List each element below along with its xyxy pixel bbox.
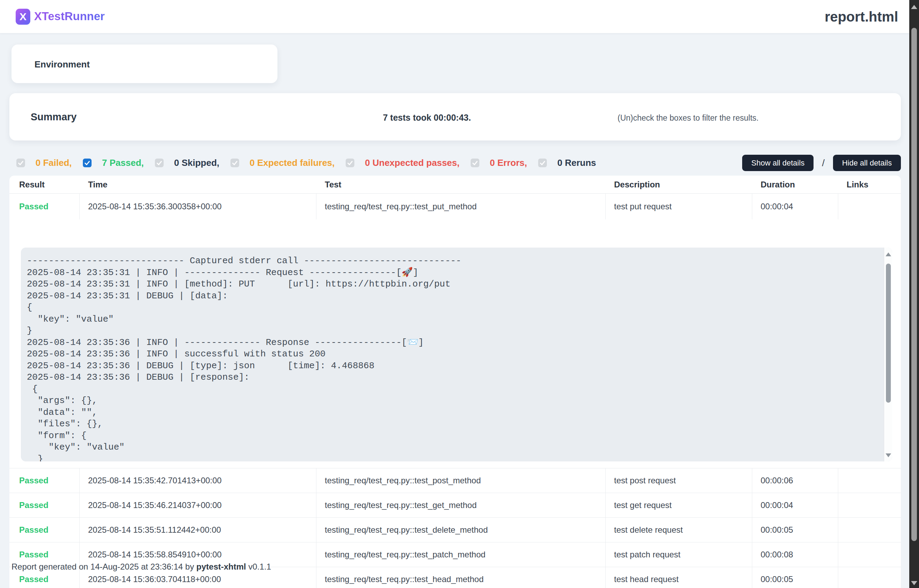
filter-item: 0 Skipped,: [155, 158, 219, 168]
filter-row: 0 Failed, 7 Passed,: [10, 155, 901, 171]
environment-card[interactable]: Environment: [11, 45, 277, 83]
filter-checkbox[interactable]: [538, 158, 547, 167]
description-cell: test head request: [606, 567, 752, 588]
table-row: Passed 2025-08-14 15:35:51.112442+00:00 …: [10, 517, 901, 542]
filter-item: 0 Errors,: [471, 158, 527, 168]
links-cell: [838, 468, 901, 493]
test-cell: testing_req/test_req.py::test_patch_meth…: [316, 543, 606, 567]
page-title: report.html: [825, 9, 898, 25]
scroll-up-icon[interactable]: [911, 5, 917, 9]
log-scroll-up-icon[interactable]: [886, 252, 891, 256]
test-cell: testing_req/test_req.py::test_head_metho…: [316, 567, 606, 588]
check-icon: [232, 160, 238, 166]
duration-cell: 00:00:08: [752, 543, 838, 567]
filter-checkbox[interactable]: [346, 158, 354, 167]
column-header-test[interactable]: Test: [316, 176, 606, 193]
captured-log-block[interactable]: ----------------------------- Captured s…: [21, 247, 892, 462]
column-header-duration[interactable]: Duration: [752, 176, 838, 193]
links-cell: [838, 518, 901, 542]
results-table: Result Time Test Description Duration Li…: [10, 176, 901, 588]
time-cell: 2025-08-14 15:35:42.701413+00:00: [80, 468, 316, 493]
toolbar-separator: /: [822, 158, 825, 169]
check-icon: [540, 160, 546, 166]
table-row: Passed 2025-08-14 15:35:46.214037+00:00 …: [10, 493, 901, 517]
links-cell: [838, 567, 901, 588]
time-cell: 2025-08-14 15:35:46.214037+00:00: [80, 493, 316, 517]
filter-checkbox[interactable]: [230, 158, 239, 167]
column-header-result[interactable]: Result: [10, 176, 80, 193]
summary-card: Summary 7 tests took 00:00:43. (Un)check…: [10, 93, 901, 141]
footer-generated-text: Report generated on 14-Aug-2025 at 23:36…: [11, 562, 196, 571]
duration-cell: 00:00:06: [752, 468, 838, 493]
filter-checkbox[interactable]: [83, 158, 92, 167]
table-row: Passed 2025-08-14 15:35:36.300358+00:00 …: [10, 194, 901, 220]
description-cell: test patch request: [606, 543, 752, 567]
filter-item: 0 Reruns: [538, 158, 596, 168]
time-cell: 2025-08-14 15:35:51.112442+00:00: [80, 518, 316, 542]
duration-cell: 00:00:04: [752, 493, 838, 517]
filter-checkbox[interactable]: [16, 158, 25, 167]
links-cell: [838, 493, 901, 517]
links-cell: [838, 194, 901, 220]
scroll-down-icon[interactable]: [911, 581, 917, 585]
filter-label: 0 Skipped,: [174, 158, 219, 168]
description-cell: test post request: [606, 468, 752, 493]
summary-count-text: 7 tests took 00:00:43.: [383, 113, 471, 123]
links-cell: [838, 543, 901, 567]
app-logo-icon: X: [16, 9, 30, 25]
filter-label: 0 Errors,: [490, 158, 527, 168]
summary-title: Summary: [31, 111, 76, 123]
filter-item: 0 Failed,: [16, 158, 72, 168]
app-header: X XTestRunner report.html: [0, 0, 919, 33]
result-cell[interactable]: Passed: [10, 194, 80, 220]
result-cell[interactable]: Passed: [10, 518, 80, 542]
description-cell: test get request: [606, 493, 752, 517]
details-toolbar: Show all details / Hide all details: [742, 155, 901, 171]
app-name: XTestRunner: [34, 10, 105, 23]
filter-checkbox[interactable]: [471, 158, 479, 167]
filter-checkbox[interactable]: [155, 158, 164, 167]
log-scrollbar[interactable]: [884, 247, 892, 462]
check-icon: [156, 160, 162, 166]
check-icon: [472, 160, 478, 166]
check-icon: [347, 160, 353, 166]
duration-cell: 00:00:05: [752, 518, 838, 542]
filter-label: 7 Passed,: [102, 158, 144, 168]
report-page: X XTestRunner report.html Environment Su…: [0, 0, 919, 588]
time-cell: 2025-08-14 15:35:36.300358+00:00: [80, 194, 316, 220]
hide-all-details-button[interactable]: Hide all details: [833, 155, 901, 171]
filter-checkbox-group: 0 Failed, 7 Passed,: [16, 158, 596, 168]
result-cell[interactable]: Passed: [10, 493, 80, 517]
generator-link[interactable]: pytest-xhtml: [196, 562, 246, 571]
description-cell: test delete request: [606, 518, 752, 542]
test-cell: testing_req/test_req.py::test_delete_met…: [316, 518, 606, 542]
page-scrollbar[interactable]: [909, 0, 919, 588]
filter-label: 0 Failed,: [36, 158, 72, 168]
filter-item: 0 Unexpected passes,: [346, 158, 459, 168]
check-icon: [18, 160, 24, 166]
column-header-description[interactable]: Description: [606, 176, 752, 193]
result-cell[interactable]: Passed: [10, 468, 80, 493]
show-all-details-button[interactable]: Show all details: [742, 155, 814, 171]
description-cell: test put request: [606, 194, 752, 220]
filter-label: 0 Unexpected passes,: [365, 158, 459, 168]
filter-label: 0 Expected failures,: [250, 158, 334, 168]
generator-version: v0.1.1: [246, 562, 271, 571]
test-cell: testing_req/test_req.py::test_post_metho…: [316, 468, 606, 493]
summary-filter-hint: (Un)check the boxes to filter the result…: [618, 113, 759, 123]
filter-item: 7 Passed,: [83, 158, 144, 168]
column-header-links[interactable]: Links: [838, 176, 901, 193]
test-detail-row: ----------------------------- Captured s…: [10, 220, 901, 468]
test-cell: testing_req/test_req.py::test_get_method: [316, 493, 606, 517]
log-scrollbar-thumb[interactable]: [886, 263, 891, 403]
filter-item: 0 Expected failures,: [230, 158, 334, 168]
test-cell: testing_req/test_req.py::test_put_method: [316, 194, 606, 220]
environment-title: Environment: [34, 59, 90, 70]
results-table-header: Result Time Test Description Duration Li…: [10, 176, 901, 194]
log-scroll-down-icon[interactable]: [886, 454, 891, 457]
page-scrollbar-thumb[interactable]: [911, 28, 917, 541]
column-header-time[interactable]: Time: [80, 176, 316, 193]
duration-cell: 00:00:05: [752, 567, 838, 588]
table-row: Passed 2025-08-14 15:35:42.701413+00:00 …: [10, 468, 901, 493]
report-footer: Report generated on 14-Aug-2025 at 23:36…: [11, 562, 271, 572]
